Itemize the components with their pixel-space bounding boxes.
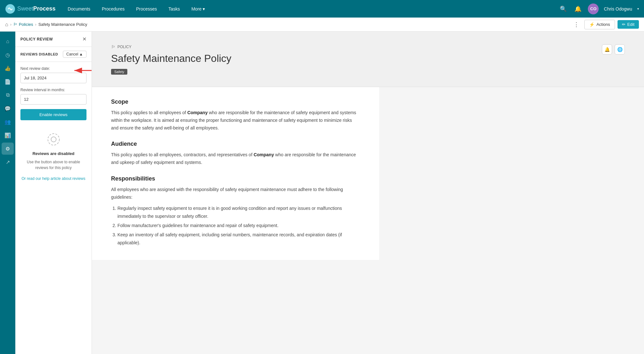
policy-flag-icon: 🏳 bbox=[111, 44, 116, 49]
help-article-link[interactable]: Or read our help article about reviews bbox=[21, 176, 85, 181]
reviews-disabled-section: Reviews are disabled Use the button abov… bbox=[15, 125, 92, 188]
icon-sidebar: ⌂ ◷ 👍 📄 ⧉ 💬 👥 📊 ⚙ ↗ bbox=[0, 32, 15, 354]
nav-more[interactable]: More ▾ bbox=[187, 4, 210, 14]
policy-title: Safety Maintenance Policy bbox=[111, 53, 231, 64]
scope-heading: Scope bbox=[111, 99, 360, 105]
policies-flag-icon: 🏳 bbox=[13, 22, 18, 27]
breadcrumb-actions: ⋮ ⚡ Actions ✏ Edit bbox=[571, 20, 639, 29]
user-menu-chevron[interactable]: ▾ bbox=[637, 7, 639, 11]
actions-bolt-icon: ⚡ bbox=[589, 22, 595, 27]
breadcrumb-separator-1: › bbox=[10, 22, 11, 27]
sidebar-icon-gear[interactable]: ⚙ bbox=[2, 143, 14, 155]
list-item: Follow manufacturer's guidelines for mai… bbox=[117, 222, 360, 230]
policy-tag: Safety bbox=[111, 69, 127, 75]
sidebar-icon-link[interactable]: ↗ bbox=[2, 156, 14, 168]
enable-reviews-button[interactable]: Enable reviews bbox=[20, 109, 86, 120]
review-panel-header: POLICY REVIEW ✕ bbox=[15, 32, 92, 47]
logo: SweetProcess bbox=[5, 4, 56, 14]
responsibilities-list: Regularly inspect safety equipment to en… bbox=[111, 204, 360, 247]
reviews-disabled-desc: Use the button above to enable reviews f… bbox=[20, 159, 86, 171]
policy-content: Scope This policy applies to all employe… bbox=[92, 87, 379, 260]
sidebar-icon-doc[interactable]: 📄 bbox=[2, 76, 14, 88]
close-review-panel-button[interactable]: ✕ bbox=[82, 36, 86, 42]
policy-header-left: 🏳 POLICY Safety Maintenance Policy Safet… bbox=[111, 44, 231, 74]
actions-button[interactable]: ⚡ Actions bbox=[584, 20, 615, 29]
interval-label: Review interval in months: bbox=[20, 88, 86, 92]
sidebar-icon-clock[interactable]: ◷ bbox=[2, 49, 14, 61]
responsibilities-heading: Responsibilities bbox=[111, 175, 360, 182]
responsibilities-intro: All employees who are assigned with the … bbox=[111, 186, 360, 201]
home-icon[interactable]: ⌂ bbox=[5, 22, 8, 27]
svg-point-2 bbox=[48, 134, 59, 145]
nav-links: Documents Procedures Processes Tasks Mor… bbox=[63, 4, 558, 14]
breadcrumb-separator-2: › bbox=[35, 22, 36, 27]
avatar: CO bbox=[588, 4, 599, 14]
globe-button[interactable]: 🌐 bbox=[615, 44, 625, 55]
content-area: 🏳 POLICY Safety Maintenance Policy Safet… bbox=[92, 32, 644, 354]
breadcrumb: ⌂ › 🏳 Policies › Safety Maintenance Poli… bbox=[5, 22, 87, 27]
search-button[interactable]: 🔍 bbox=[558, 4, 568, 14]
sidebar-icon-chart[interactable]: 📊 bbox=[2, 129, 14, 141]
sidebar-icon-chat[interactable]: 💬 bbox=[2, 102, 14, 114]
nav-documents[interactable]: Documents bbox=[63, 4, 95, 14]
scope-text: This policy applies to all employees of … bbox=[111, 109, 360, 132]
policy-type-label: 🏳 POLICY bbox=[111, 44, 231, 49]
nav-right: 🔍 🔔 CO Chris Odogwu ▾ bbox=[558, 4, 639, 14]
audience-text: This policy applies to all employees, co… bbox=[111, 151, 360, 166]
bell-button[interactable]: 🔔 bbox=[602, 44, 612, 55]
edit-pencil-icon: ✏ bbox=[622, 22, 625, 27]
nav-processes[interactable]: Processes bbox=[132, 4, 161, 14]
logo-text: SweetProcess bbox=[17, 5, 56, 12]
policy-header-icons: 🔔 🌐 bbox=[602, 44, 625, 55]
svg-point-3 bbox=[51, 137, 56, 142]
red-arrow-svg bbox=[66, 61, 92, 80]
disabled-icon bbox=[47, 132, 61, 146]
logo-icon bbox=[5, 4, 15, 14]
edit-button[interactable]: ✏ Edit bbox=[618, 20, 639, 29]
sidebar-icon-people[interactable]: 👥 bbox=[2, 116, 14, 128]
notifications-button[interactable]: 🔔 bbox=[573, 4, 583, 14]
sidebar-icon-copy[interactable]: ⧉ bbox=[2, 89, 14, 101]
reviews-disabled-label: REVIEWS DISABLED bbox=[20, 52, 58, 56]
top-navigation: SweetProcess Documents Procedures Proces… bbox=[0, 0, 644, 18]
interval-input[interactable] bbox=[20, 94, 86, 105]
main-layout: ⌂ ◷ 👍 📄 ⧉ 💬 👥 📊 ⚙ ↗ POLICY REVIEW ✕ REVI… bbox=[0, 32, 644, 354]
list-item: Regularly inspect safety equipment to en… bbox=[117, 204, 360, 220]
breadcrumb-policies[interactable]: 🏳 Policies bbox=[13, 22, 33, 27]
audience-heading: Audience bbox=[111, 141, 360, 147]
breadcrumb-current-page: Safety Maintenance Policy bbox=[38, 22, 87, 27]
more-options-button[interactable]: ⋮ bbox=[571, 20, 582, 29]
review-panel: POLICY REVIEW ✕ REVIEWS DISABLED Cancel … bbox=[15, 32, 92, 354]
cancel-button[interactable]: Cancel ▲ bbox=[63, 51, 86, 58]
nav-procedures[interactable]: Procedures bbox=[97, 4, 129, 14]
reviews-disabled-title: Reviews are disabled bbox=[20, 151, 86, 156]
nav-tasks[interactable]: Tasks bbox=[164, 4, 184, 14]
cancel-chevron-icon: ▲ bbox=[79, 52, 83, 56]
breadcrumb-bar: ⌂ › 🏳 Policies › Safety Maintenance Poli… bbox=[0, 18, 644, 32]
sidebar-icon-thumbs[interactable]: 👍 bbox=[2, 62, 14, 74]
list-item: Keep an inventory of all safety equipmen… bbox=[117, 231, 360, 247]
user-name: Chris Odogwu bbox=[604, 6, 632, 11]
sidebar-icon-home[interactable]: ⌂ bbox=[2, 35, 14, 48]
review-panel-title: POLICY REVIEW bbox=[20, 37, 53, 41]
policy-header-section: 🏳 POLICY Safety Maintenance Policy Safet… bbox=[92, 32, 644, 87]
review-status-row: REVIEWS DISABLED Cancel ▲ bbox=[15, 47, 92, 62]
